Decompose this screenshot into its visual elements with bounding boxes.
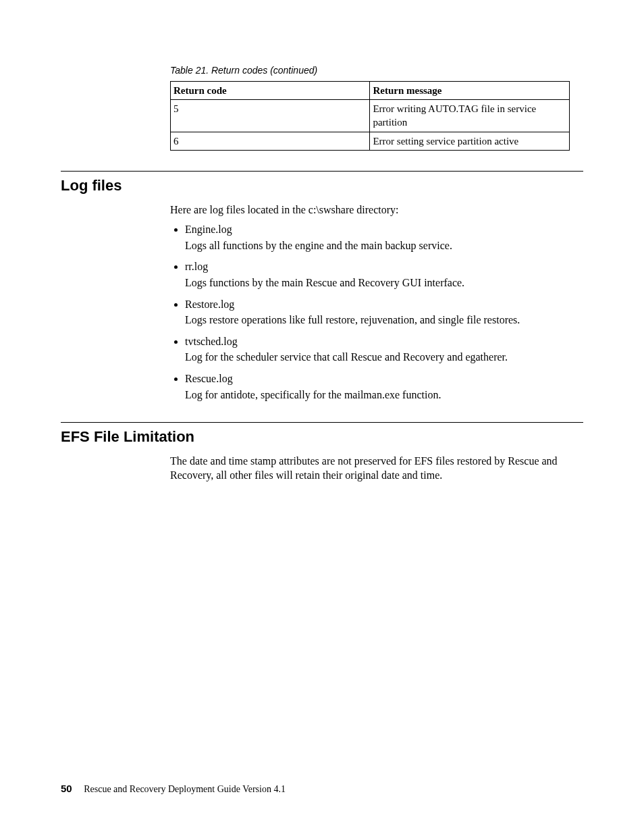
page-content: Table 21. Return codes (continued) Retur… xyxy=(61,64,583,793)
table-cell-code: 6 xyxy=(171,132,370,150)
section-log-files: Log files Here are log files located in … xyxy=(61,171,583,402)
log-item-desc: Logs all functions by the engine and the… xyxy=(185,238,583,253)
table-cell-code: 5 xyxy=(171,100,370,132)
list-item: tvtsched.log Log for the scheduler servi… xyxy=(185,334,583,365)
list-item: Rescue.log Log for antidote, specificall… xyxy=(185,371,583,402)
log-item-name: Rescue.log xyxy=(185,371,583,386)
section-title-efs: EFS File Limitation xyxy=(61,427,583,447)
page-number: 50 xyxy=(61,783,72,794)
section-rule xyxy=(61,171,583,172)
section-efs: EFS File Limitation The date and time st… xyxy=(61,422,583,483)
table-caption: Table 21. Return codes (continued) xyxy=(170,64,583,77)
table-header-code: Return code xyxy=(171,81,370,99)
log-item-name: Engine.log xyxy=(185,222,583,237)
section-title-log-files: Log files xyxy=(61,176,583,196)
table-cell-message: Error setting service partition active xyxy=(370,132,570,150)
table-cell-message: Error writing AUTO.TAG file in service p… xyxy=(370,100,570,132)
log-item-desc: Logs functions by the main Rescue and Re… xyxy=(185,276,583,290)
efs-paragraph: The date and time stamp attributes are n… xyxy=(170,454,583,483)
log-files-body: Here are log files located in the c:\sws… xyxy=(170,203,583,402)
efs-body: The date and time stamp attributes are n… xyxy=(170,454,583,483)
log-item-name: rr.log xyxy=(185,259,583,274)
footer-title: Rescue and Recovery Deployment Guide Ver… xyxy=(84,784,286,794)
log-files-intro: Here are log files located in the c:\sws… xyxy=(170,203,583,217)
page-footer: 50 Rescue and Recovery Deployment Guide … xyxy=(61,782,286,796)
table-row: 6 Error setting service partition active xyxy=(171,132,570,150)
table-row: 5 Error writing AUTO.TAG file in service… xyxy=(171,100,570,132)
log-files-list: Engine.log Logs all functions by the eng… xyxy=(170,222,583,402)
log-item-name: Restore.log xyxy=(185,297,583,312)
log-item-desc: Log for the scheduler service that call … xyxy=(185,350,583,365)
section-rule xyxy=(61,422,583,423)
log-item-desc: Log for antidote, specifically for the m… xyxy=(185,388,583,402)
table-header-message: Return message xyxy=(370,81,570,99)
list-item: Restore.log Logs restore operations like… xyxy=(185,297,583,328)
log-item-name: tvtsched.log xyxy=(185,334,583,349)
table-header-row: Return code Return message xyxy=(171,81,570,99)
list-item: rr.log Logs functions by the main Rescue… xyxy=(185,259,583,290)
list-item: Engine.log Logs all functions by the eng… xyxy=(185,222,583,253)
return-codes-table: Return code Return message 5 Error writi… xyxy=(170,81,570,151)
log-item-desc: Logs restore operations like full restor… xyxy=(185,313,583,328)
